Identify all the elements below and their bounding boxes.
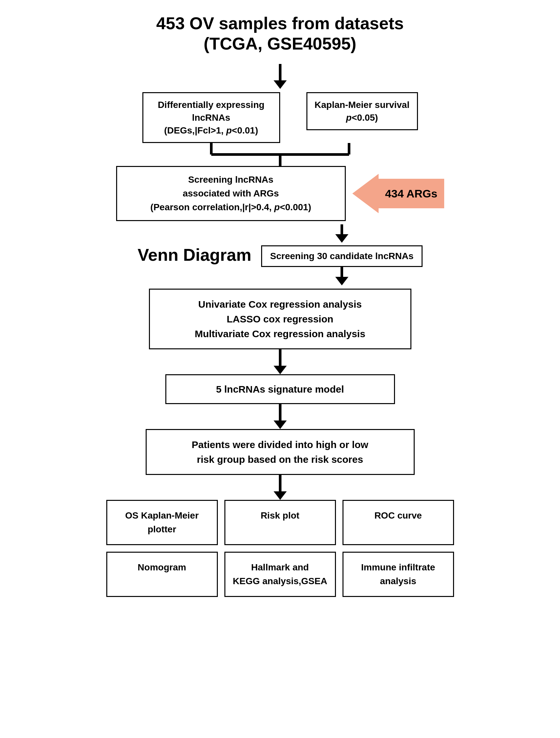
immune-box: Immune infiltrate analysis [342,552,454,597]
hallmark-box: Hallmark and KEGG analysis,GSEA [224,552,336,597]
km-plotter-label2: plotter [148,524,176,534]
degs-label1: Differentially expressing lncRNAs [158,100,264,123]
cox-label1: Univariate Cox regression analysis [198,299,362,310]
arrow-shaft-5 [279,404,281,420]
signature-label: 5 lncRNAs signature model [216,384,344,395]
arrow-5 [274,475,287,500]
arrow-candidate-group: Screening 30 candidate lncRNAs [261,224,422,285]
degs-box: Differentially expressing lncRNAs (DEGs,… [143,92,280,143]
screening-label1: Screening lncRNAs [188,174,274,184]
arg-arrow: 434 ARGs [352,174,444,213]
immune-label1: Immune infiltrate analysis [361,562,435,586]
cox-label2: LASSO cox regression [227,314,333,324]
screening-box: Screening lncRNAs associated with ARGs (… [116,166,346,221]
screening-label3: (Pearson correlation,|r|>0.4, p<0.001) [150,202,311,212]
nomogram-box: Nomogram [106,552,218,597]
arrow-tip-2 [335,234,348,243]
title-line2: (TCGA, GSE40595) [156,33,403,54]
signature-box: 5 lncRNAs signature model [165,374,395,404]
km-box: Kaplan-Meier survival p<0.05) [306,92,418,130]
km-plotter-label1: OS Kaplan-Meier [125,510,199,520]
risk-plot-box: Risk plot [224,500,336,545]
hallmark-label1: Hallmark and [251,562,309,573]
arrow-tip-4 [274,366,287,374]
roc-curve-box: ROC curve [342,500,454,545]
arrow-tip-1 [274,80,287,89]
diagram-container: 453 OV samples from datasets (TCGA, GSE4… [0,0,560,738]
title-block: 453 OV samples from datasets (TCGA, GSE4… [156,13,403,54]
km-label2: p<0.05) [346,112,378,123]
arrow-tip-3 [335,277,348,285]
arrow-3 [274,349,287,374]
km-label1: Kaplan-Meier survival [315,100,409,110]
screening-label2: associated with ARGs [183,188,279,199]
arrow-shaft-3 [340,267,343,277]
venn-label: Venn Diagram [137,245,251,265]
risk-group-label1: Patients were divided into high or low [192,439,368,450]
arrow-tip-5 [274,420,287,429]
arg-arrow-body: 434 ARGs [378,179,444,208]
arrow-shaft-1 [279,64,281,80]
screening-row: Screening lncRNAs associated with ARGs (… [20,166,540,221]
hallmark-label2: KEGG analysis,GSEA [233,576,327,586]
row-1-bottom: OS Kaplan-Meier plotter Risk plot ROC cu… [20,500,540,545]
km-plotter-box: OS Kaplan-Meier plotter [106,500,218,545]
venn-row: Venn Diagram Screening 30 candidate lncR… [20,224,540,285]
arrow-shaft-2 [340,224,343,234]
merge-svg [149,143,411,166]
bottom-section: OS Kaplan-Meier plotter Risk plot ROC cu… [20,500,540,597]
arrow-4 [274,404,287,429]
cox-label3: Multivariate Cox regression analysis [195,328,365,339]
title-line1: 453 OV samples from datasets [156,13,403,33]
arrow-1 [274,64,287,89]
arrow-shaft-4 [279,349,281,366]
risk-group-label2: risk group based on the risk scores [197,454,363,465]
merge-connector [149,143,411,166]
risk-group-box: Patients were divided into high or low r… [146,429,415,475]
row-2-bottom: Nomogram Hallmark and KEGG analysis,GSEA… [20,552,540,597]
degs-label2: (DEGs,|Fcl>1, p<0.01) [164,125,258,135]
arg-arrow-head [352,174,378,213]
arrow-tip-6 [274,491,287,500]
candidate-box: Screening 30 candidate lncRNAs [261,245,422,267]
arrow-shaft-6 [279,475,281,491]
arg-arrow-label: 434 ARGs [385,187,437,200]
cox-box: Univariate Cox regression analysis LASSO… [149,289,411,349]
